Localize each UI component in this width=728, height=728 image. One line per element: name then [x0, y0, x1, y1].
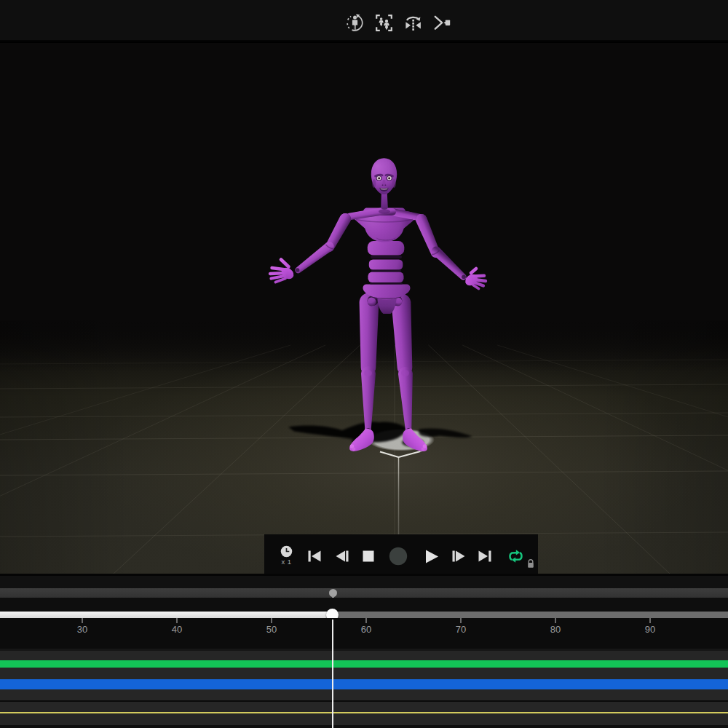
skip-to-start-button[interactable] — [301, 542, 328, 571]
ruler-tick — [82, 618, 83, 623]
timeline-range-bar[interactable] — [0, 588, 728, 598]
camera-track-icon — [432, 13, 452, 33]
next-frame-icon — [452, 550, 466, 562]
person-rotate-icon — [345, 13, 365, 33]
rotate-character-button[interactable] — [344, 12, 365, 33]
playback-speed-button[interactable]: x 1 — [273, 542, 300, 571]
track-separator — [0, 725, 728, 728]
ruler-tick — [555, 618, 556, 623]
ruler-label: 80 — [550, 624, 561, 635]
play-icon — [425, 550, 439, 563]
ruler-tick — [649, 618, 651, 623]
mirror-pose-icon — [403, 13, 423, 33]
ruler-tick — [365, 618, 367, 623]
ruler-label: 50 — [266, 624, 277, 635]
timeline-progress-area — [0, 598, 728, 618]
camera-track-button[interactable] — [432, 12, 452, 33]
next-frame-button[interactable] — [446, 542, 472, 571]
previous-frame-button[interactable] — [328, 542, 355, 571]
frame-characters-icon — [374, 13, 394, 33]
ruler-label: 70 — [456, 624, 466, 635]
scene-3d — [0, 43, 728, 574]
top-toolbar — [0, 0, 728, 41]
animation-app: x 1 — [0, 0, 728, 728]
ruler-label: 30 — [77, 624, 87, 635]
clock-icon — [280, 545, 293, 558]
skip-start-icon — [308, 550, 322, 562]
record-button[interactable] — [385, 542, 412, 571]
ruler-tick — [460, 618, 462, 623]
track-separator — [0, 700, 728, 702]
ruler-label: 40 — [172, 624, 182, 635]
viewport-3d[interactable] — [0, 43, 728, 574]
timeline-panel: 30405060708090 — [0, 576, 728, 728]
timeline-range-area — [0, 576, 728, 598]
lock-icon — [527, 559, 534, 569]
playback-bar: x 1 — [264, 534, 538, 574]
timeline-progress-fill — [0, 612, 333, 618]
speed-label: x 1 — [281, 558, 291, 566]
track-separator — [0, 649, 728, 651]
timeline-ruler[interactable]: 30405060708090 — [0, 618, 728, 649]
ruler-tick — [176, 618, 178, 623]
stop-button[interactable] — [355, 542, 382, 571]
timeline-playhead-line[interactable] — [332, 620, 333, 728]
track-green[interactable] — [0, 660, 728, 668]
loop-button[interactable] — [502, 542, 529, 571]
timeline-range-knob[interactable] — [329, 589, 337, 597]
prev-frame-icon — [335, 550, 349, 562]
play-button[interactable] — [419, 542, 446, 571]
record-icon — [389, 547, 408, 566]
skip-to-end-button[interactable] — [472, 542, 499, 571]
timeline-lock-toggle[interactable] — [527, 558, 534, 571]
timeline-tracks[interactable] — [0, 649, 728, 728]
ruler-label: 60 — [361, 624, 371, 635]
ruler-tick — [271, 618, 272, 623]
ruler-label: 90 — [645, 624, 655, 635]
skip-end-icon — [478, 550, 492, 562]
frame-characters-button[interactable] — [373, 12, 394, 33]
mirror-pose-button[interactable] — [403, 12, 423, 33]
loop-icon — [507, 549, 524, 563]
track-blue[interactable] — [0, 679, 728, 689]
stop-icon — [363, 550, 374, 562]
track-yellow[interactable] — [0, 712, 728, 713]
